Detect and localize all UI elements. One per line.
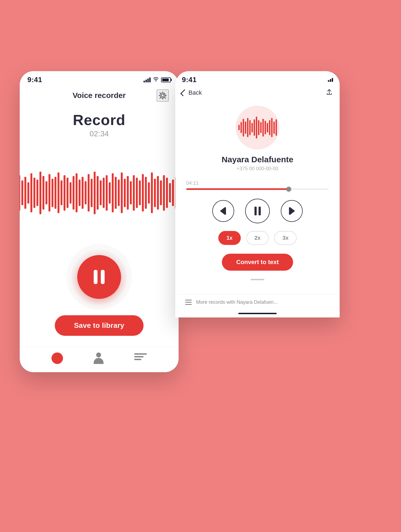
- convert-to-text-button[interactable]: Convert to text: [222, 254, 293, 271]
- speed-2x-button[interactable]: 2x: [246, 231, 269, 245]
- waveform-display: [28, 171, 170, 215]
- phone1-voice-recorder: 9:41 Voice recorder: [20, 71, 179, 372]
- waveform-bar: [67, 178, 68, 208]
- avatar-waveform-bar: [247, 118, 248, 137]
- save-to-library-button[interactable]: Save to library: [55, 315, 144, 336]
- waveform-bar: [133, 175, 135, 211]
- avatar-waveform-bar: [273, 122, 275, 134]
- speed-section: 1x 2x 3x: [175, 228, 340, 249]
- waveform-bar: [139, 180, 141, 205]
- avatar-waveform-bar: [260, 122, 262, 133]
- speed-3x-button[interactable]: 3x: [274, 231, 297, 245]
- waveform-container: [20, 141, 179, 244]
- progress-thumb[interactable]: [286, 187, 291, 192]
- skip-next-button[interactable]: [281, 200, 303, 222]
- pause-playback-icon: [254, 207, 261, 215]
- waveform-bar: [142, 174, 144, 212]
- waveform-bar: [169, 183, 171, 203]
- waveform-bar: [115, 177, 117, 209]
- waveform-bar: [33, 178, 35, 208]
- waveform-bar: [145, 177, 147, 209]
- battery-icon-1: [161, 77, 171, 82]
- phone2-header: Back: [175, 86, 340, 100]
- avatar-waveform-bar: [269, 120, 270, 135]
- nav-library-icon[interactable]: [134, 353, 147, 363]
- wifi-icon-1: [153, 77, 159, 83]
- controls-section: [175, 192, 340, 228]
- avatar-waveform-bar: [254, 119, 255, 136]
- person-icon: [94, 352, 104, 364]
- more-records-section[interactable]: More records with Nayara Delafuen...: [175, 294, 340, 310]
- pause-playback-button[interactable]: [245, 199, 270, 223]
- waveform-bar: [76, 173, 78, 212]
- waveform-bar: [163, 175, 165, 211]
- avatar-waveform-bar: [256, 117, 257, 138]
- pause-record-button[interactable]: [77, 255, 121, 299]
- convert-btn-area: Convert to text: [175, 249, 340, 276]
- waveform-bar: [91, 179, 93, 207]
- avatar-waveform-bar: [240, 122, 242, 133]
- waveform-bar: [70, 182, 71, 204]
- pause-outer-ring: [72, 250, 127, 304]
- waveform-bar: [157, 176, 159, 210]
- waveform-bar: [79, 180, 81, 206]
- waveform-bar: [106, 175, 108, 211]
- status-bar-1: 9:41: [20, 71, 179, 86]
- avatar-waveform-bar: [245, 122, 246, 134]
- settings-button[interactable]: [157, 89, 169, 102]
- waveform-bar: [100, 180, 102, 205]
- waveform-bar: [21, 180, 23, 205]
- waveform-bar: [166, 178, 168, 208]
- waveform-bar: [136, 178, 138, 208]
- waveform-bar: [27, 182, 29, 204]
- avatar-waveform-bar: [271, 118, 273, 137]
- waveform-bar: [172, 180, 174, 206]
- waveform-bar: [48, 174, 50, 212]
- avatar-waveform-bar: [251, 123, 253, 132]
- avatar-waveform-bar: [258, 120, 259, 135]
- waveform-bar: [109, 182, 111, 204]
- svg-point-0: [161, 94, 164, 97]
- pause-icon: [94, 270, 105, 284]
- waveform-bar: [85, 181, 87, 204]
- share-button[interactable]: [325, 88, 333, 97]
- waveform-bar: [24, 177, 26, 209]
- waveform-bar: [118, 180, 120, 206]
- status-bar-2: 9:41: [175, 71, 340, 86]
- waveform-bar: [88, 174, 90, 212]
- status-icons-2: [328, 78, 333, 82]
- waveform-bar: [103, 178, 105, 208]
- bottom-nav: [20, 347, 179, 372]
- signal-bars-1: [144, 77, 151, 82]
- waveform-bar: [154, 179, 156, 207]
- status-time-2: 9:41: [182, 76, 197, 84]
- chevron-left-icon: [180, 89, 187, 96]
- save-btn-area: Save to library: [20, 313, 179, 347]
- waveform-bar: [124, 179, 126, 207]
- back-button[interactable]: Back: [182, 89, 202, 96]
- waveform-bar: [112, 173, 114, 212]
- avatar-waveform-bar: [249, 120, 251, 135]
- speed-1x-button[interactable]: 1x: [218, 231, 241, 245]
- skip-prev-icon: [220, 207, 227, 215]
- nav-record-icon[interactable]: [51, 352, 63, 364]
- pause-btn-area: [20, 244, 179, 313]
- caller-phone: +375 00 000-00-00: [237, 166, 279, 172]
- app-header: Voice recorder: [20, 86, 179, 104]
- avatar-circle: [236, 106, 279, 149]
- app-title: Voice recorder: [42, 91, 157, 100]
- more-records-text: More records with Nayara Delafuen...: [196, 299, 278, 305]
- waveform-bar: [148, 182, 150, 204]
- waveform-bar: [51, 179, 53, 207]
- progress-bar[interactable]: [186, 188, 329, 190]
- waveform-bar: [45, 181, 47, 204]
- caller-name: Nayara Delafuente: [222, 155, 293, 164]
- waveform-bar: [42, 176, 44, 210]
- svg-point-1: [160, 93, 165, 98]
- nav-contacts-icon[interactable]: [94, 352, 104, 364]
- waveform-bar: [82, 177, 84, 209]
- waveform-bar: [151, 172, 153, 213]
- avatar-waveform-bar: [276, 119, 277, 136]
- skip-prev-button[interactable]: [212, 200, 234, 222]
- waveform-bar: [160, 180, 162, 205]
